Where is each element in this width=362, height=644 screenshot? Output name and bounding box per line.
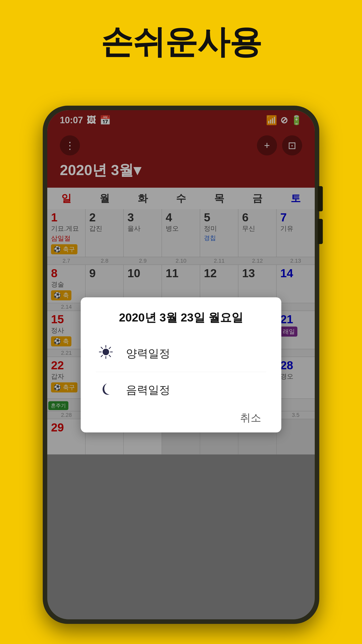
svg-line-7 bbox=[109, 347, 111, 349]
page-title: 손쉬운사용 bbox=[0, 0, 362, 64]
dialog-option-solar[interactable]: 양력일정 bbox=[96, 338, 266, 369]
volume-up-button[interactable] bbox=[318, 186, 323, 211]
svg-line-8 bbox=[101, 355, 103, 357]
dialog-title: 2020년 3월 23일 월요일 bbox=[96, 310, 266, 326]
phone-screen: 10:07 🖼 📅 📶 ⊘ 🔋 ⋮ + ⊡ bbox=[47, 110, 315, 619]
sun-icon bbox=[96, 344, 116, 363]
phone-frame: 10:07 🖼 📅 📶 ⊘ 🔋 ⋮ + ⊡ bbox=[43, 106, 319, 624]
svg-point-0 bbox=[103, 349, 109, 355]
dialog-box: 2020년 3월 23일 월요일 bbox=[81, 297, 281, 432]
lunar-schedule-label: 음력일정 bbox=[126, 383, 170, 397]
volume-down-button[interactable] bbox=[318, 219, 323, 244]
phone-wrapper: 10:07 🖼 📅 📶 ⊘ 🔋 ⋮ + ⊡ bbox=[43, 106, 319, 624]
solar-schedule-label: 양력일정 bbox=[126, 346, 170, 361]
dialog-cancel-area: 취소 bbox=[96, 406, 266, 425]
dialog-option-lunar[interactable]: 음력일정 bbox=[96, 375, 266, 406]
svg-line-6 bbox=[109, 355, 111, 357]
moon-icon bbox=[96, 381, 116, 399]
dialog-divider bbox=[96, 372, 266, 372]
dialog-overlay[interactable]: 2020년 3월 23일 월요일 bbox=[47, 110, 315, 619]
cancel-button[interactable]: 취소 bbox=[235, 409, 266, 426]
svg-line-5 bbox=[101, 347, 103, 349]
